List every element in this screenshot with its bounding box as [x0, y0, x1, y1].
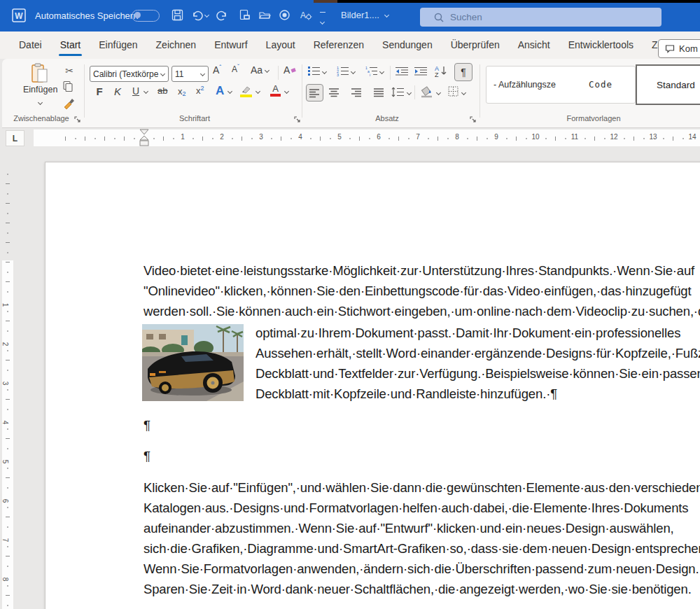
- font-size-dropdown-icon: [200, 71, 205, 76]
- font-color-bar: [270, 94, 281, 97]
- borders-button[interactable]: [448, 86, 459, 97]
- doc-line[interactable]: sich·die·Grafiken,·Diagramme·und·SmartAr…: [144, 541, 700, 556]
- tab-layout[interactable]: Layout: [257, 33, 304, 58]
- doc-line[interactable]: Aussehen·erhält,·stellt·Word·einander·er…: [255, 346, 700, 361]
- svg-text:A: A: [300, 10, 306, 20]
- svg-text:Z: Z: [435, 71, 439, 78]
- doc-line[interactable]: aufeinander·abzustimmen.·Wenn·Sie·auf·"E…: [144, 521, 674, 536]
- doc-line[interactable]: Deckblatt·mit·Kopfzeile·und·Randleiste·h…: [255, 386, 557, 402]
- style-standard-selected[interactable]: Standard: [636, 64, 700, 105]
- strikethrough-button[interactable]: ab: [158, 85, 167, 96]
- highlight-dropdown-icon[interactable]: [255, 89, 260, 94]
- qat-overflow-icon[interactable]: [320, 12, 326, 27]
- doc-line[interactable]: Deckblatt·und·Textfelder·zur·Verfügung.·…: [255, 366, 700, 382]
- underline-dropdown-icon[interactable]: [144, 89, 148, 94]
- font-color-button[interactable]: A: [270, 84, 281, 97]
- tab-ansicht[interactable]: Ansicht: [509, 33, 559, 58]
- multilevel-list-button[interactable]: 1ai: [365, 66, 377, 76]
- bullets-dropdown-icon[interactable]: [322, 69, 327, 74]
- text-effects-button[interactable]: A: [216, 84, 224, 98]
- grow-font-button[interactable]: Aˆ: [213, 64, 221, 76]
- redo-icon[interactable]: [216, 9, 228, 21]
- tab-start[interactable]: Start: [51, 33, 90, 58]
- increase-indent-button[interactable]: [414, 66, 428, 76]
- autosave-toggle[interactable]: [132, 10, 160, 22]
- shading-button[interactable]: [420, 86, 434, 98]
- tab-sendungen[interactable]: Sendungen: [373, 33, 442, 58]
- change-case-button[interactable]: Aa: [251, 64, 269, 76]
- subscript-button[interactable]: x2: [178, 85, 186, 97]
- word-logo-icon[interactable]: W: [11, 8, 27, 23]
- multilevel-dropdown-icon[interactable]: [379, 69, 384, 74]
- doc-line[interactable]: Klicken·Sie·auf·"Einfügen",·und·wählen·S…: [144, 480, 700, 496]
- print-preview-icon[interactable]: [239, 9, 251, 21]
- cut-icon[interactable]: ✂: [62, 64, 76, 77]
- title-bar: W Automatisches Speichern A Bilder1....: [0, 0, 700, 31]
- clear-formatting-button[interactable]: A: [284, 64, 297, 76]
- numbering-button[interactable]: 123: [337, 66, 349, 76]
- title-dropdown-icon[interactable]: [384, 13, 389, 18]
- shrink-font-button[interactable]: Aˇ: [232, 64, 239, 74]
- tab-entwicklertools[interactable]: Entwicklertools: [559, 33, 643, 58]
- paste-button[interactable]: Einfügen: [23, 63, 57, 112]
- align-right-button[interactable]: [351, 88, 362, 97]
- decrease-indent-button[interactable]: [396, 66, 409, 76]
- open-folder-icon[interactable]: [258, 9, 271, 21]
- tab-einfuegen[interactable]: Einfügen: [90, 33, 146, 58]
- styles-group-label: Formatvorlagen: [555, 114, 632, 122]
- borders-dropdown-icon[interactable]: [461, 90, 466, 95]
- doc-line[interactable]: werden·soll.·Sie·können·auch·ein·Stichwo…: [144, 304, 700, 319]
- search-input[interactable]: Suchen: [420, 8, 662, 27]
- indent-markers[interactable]: [136, 129, 152, 148]
- format-painter-icon[interactable]: [62, 97, 75, 109]
- tab-stop-selector[interactable]: L: [6, 130, 24, 146]
- numbering-dropdown-icon[interactable]: [351, 69, 356, 74]
- justify-button[interactable]: [374, 88, 384, 97]
- document-title[interactable]: Bilder1....: [341, 10, 379, 20]
- italic-button[interactable]: K: [113, 85, 122, 97]
- undo-icon[interactable]: [191, 9, 203, 21]
- doc-line[interactable]: Wenn·Sie·Formatvorlagen·anwenden,·ändern…: [144, 561, 699, 577]
- clipboard-dialog-launcher-icon[interactable]: [74, 116, 81, 123]
- style-options-icon[interactable]: A: [299, 9, 312, 21]
- line-spacing-button[interactable]: [391, 87, 405, 97]
- font-color-dropdown-icon[interactable]: [284, 89, 289, 94]
- align-left-button[interactable]: [306, 84, 323, 102]
- style-code[interactable]: Code: [589, 79, 612, 90]
- vertical-ruler[interactable]: 12345678: [0, 150, 15, 609]
- tab-zeichnen[interactable]: Zeichnen: [147, 33, 206, 58]
- underline-button[interactable]: U: [131, 85, 141, 97]
- bullets-button[interactable]: [308, 66, 320, 76]
- show-formatting-button[interactable]: ¶: [454, 63, 472, 81]
- doc-line[interactable]: Sparen·Sie·Zeit·in·Word·dank·neuer·Schal…: [144, 582, 692, 597]
- line-spacing-dropdown-icon[interactable]: [407, 90, 412, 95]
- tab-ueberpruefen[interactable]: Überprüfen: [442, 33, 509, 58]
- tab-entwurf[interactable]: Entwurf: [205, 33, 256, 58]
- font-size-combo[interactable]: 11: [172, 66, 209, 82]
- doc-line[interactable]: Video·bietet·eine·leistungsstarke·Möglic…: [144, 263, 694, 279]
- paragraph-dialog-launcher-icon[interactable]: [470, 116, 477, 123]
- text-effects-dropdown-icon[interactable]: [227, 89, 232, 94]
- comments-button[interactable]: Kom: [658, 39, 700, 58]
- style-aufzaehlung[interactable]: - Aufzählungsze: [493, 80, 556, 90]
- align-center-button[interactable]: [329, 88, 340, 97]
- inline-picture-car[interactable]: [142, 324, 244, 401]
- doc-line[interactable]: Katalogen·aus.·Designs·und·Formatvorlage…: [144, 500, 688, 516]
- font-dialog-launcher-icon[interactable]: [294, 116, 301, 123]
- undo-dropdown-icon[interactable]: [204, 13, 209, 18]
- record-icon[interactable]: [279, 9, 290, 21]
- copy-icon[interactable]: [62, 80, 74, 92]
- sort-button[interactable]: AZ: [435, 64, 449, 78]
- paragraph-mark: ¶: [144, 449, 150, 464]
- font-name-combo[interactable]: Calibri (Textkörpe: [90, 66, 169, 82]
- horizontal-ruler[interactable]: 1234567891011121314: [34, 130, 700, 146]
- bold-button[interactable]: F: [94, 85, 105, 97]
- save-icon[interactable]: [172, 9, 183, 21]
- doc-line[interactable]: optimal·zu·Ihrem·Dokument·passt.·Damit·I…: [255, 326, 680, 341]
- highlight-button[interactable]: [240, 85, 253, 97]
- shading-dropdown-icon[interactable]: [436, 90, 441, 95]
- doc-line[interactable]: "Onlinevideo"·klicken,·können·Sie·den·Ei…: [144, 284, 691, 299]
- tab-referenzen[interactable]: Referenzen: [304, 33, 373, 58]
- superscript-button[interactable]: x2: [196, 85, 204, 96]
- tab-datei[interactable]: Datei: [10, 33, 51, 58]
